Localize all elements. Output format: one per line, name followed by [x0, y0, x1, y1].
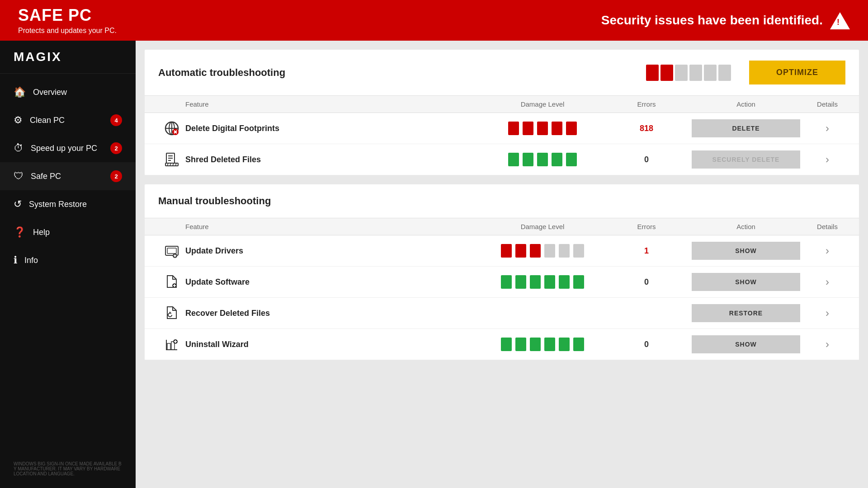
main-layout: MAGIX 🏠 Overview ⚙ Clean PC 4 ⏱ Speed up…: [0, 41, 868, 488]
recover-files-action[interactable]: RESTORE: [683, 304, 809, 322]
dmg-bar: [544, 275, 555, 289]
dmg-bar: [573, 244, 584, 258]
sidebar-label-help: Help: [33, 228, 122, 237]
update-software-action[interactable]: SHOW: [683, 273, 809, 291]
dmg-bar: [530, 275, 541, 289]
table-row: Delete Digital Footprints 818 DELETE ›: [145, 113, 859, 144]
dmg-bar: [552, 153, 562, 166]
restore-button[interactable]: RESTORE: [692, 304, 800, 322]
update-drivers-action[interactable]: SHOW: [683, 242, 809, 260]
col-feature-label-m: Feature: [185, 223, 475, 230]
sidebar-item-clean-pc[interactable]: ⚙ Clean PC 4: [0, 106, 136, 134]
digital-footprints-details[interactable]: ›: [809, 122, 845, 135]
dmg-bar: [544, 338, 555, 351]
update-software-damage: [475, 275, 610, 289]
shred-files-name: Shred Deleted Files: [185, 155, 475, 164]
overview-bar-1: [646, 65, 659, 81]
dmg-bar: [515, 338, 526, 351]
show-uninstall-button[interactable]: SHOW: [692, 335, 800, 353]
table-row: Update Software 0 SHOW ›: [145, 267, 859, 298]
manual-section-title: Manual troubleshooting: [158, 195, 845, 207]
dmg-bar: [508, 153, 519, 166]
app-header: SAFE PC Protects and updates your PC. Se…: [0, 0, 868, 41]
digital-footprints-action[interactable]: DELETE: [683, 119, 809, 137]
digital-footprints-name: Delete Digital Footprints: [185, 124, 475, 133]
col-icon-spacer: [158, 100, 185, 108]
uninstall-wizard-details[interactable]: ›: [809, 338, 845, 351]
show-drivers-button[interactable]: SHOW: [692, 242, 800, 260]
dmg-bar: [559, 244, 570, 258]
manual-section-header: Manual troubleshooting: [145, 184, 859, 218]
recover-files-details[interactable]: ›: [809, 307, 845, 319]
digital-footprints-icon: [158, 121, 185, 136]
sidebar-item-help[interactable]: ❓ Help: [0, 218, 136, 246]
warning-icon: [830, 11, 850, 29]
clean-pc-badge: 4: [110, 114, 122, 126]
dmg-bar: [523, 153, 533, 166]
dmg-bar: [537, 122, 548, 135]
update-drivers-errors: 1: [610, 246, 683, 256]
sidebar-item-info[interactable]: ℹ Info: [0, 246, 136, 274]
dmg-bar: [501, 338, 512, 351]
header-left: SAFE PC Protects and updates your PC.: [18, 6, 117, 35]
content-area: Automatic troubleshooting OPTIMIZE Featu…: [136, 41, 868, 488]
dmg-bar: [566, 122, 577, 135]
sidebar-item-safe-pc[interactable]: 🛡 Safe PC 2: [0, 162, 136, 190]
col-details-label: Details: [809, 100, 845, 108]
update-drivers-details[interactable]: ›: [809, 244, 845, 257]
restore-icon: ↺: [14, 198, 22, 210]
dmg-bar: [530, 244, 541, 258]
col-errors-label-m: Errors: [610, 223, 683, 230]
update-software-errors: 0: [610, 277, 683, 287]
dmg-bar: [501, 275, 512, 289]
shred-files-action[interactable]: SECURELY DELETE: [683, 150, 809, 169]
sidebar-item-system-restore[interactable]: ↺ System Restore: [0, 190, 136, 218]
header-title-block: SAFE PC Protects and updates your PC.: [18, 6, 117, 35]
overview-bar-4: [689, 65, 702, 81]
col-icon-spacer-m: [158, 223, 185, 230]
update-drivers-name: Update Drivers: [185, 246, 475, 256]
dmg-bar: [573, 275, 584, 289]
update-software-details[interactable]: ›: [809, 276, 845, 288]
sidebar-item-speed-up[interactable]: ⏱ Speed up your PC 2: [0, 134, 136, 162]
header-warning-text: Security issues have been identified.: [601, 13, 823, 28]
table-row: Uninstall Wizard 0 SHOW ›: [145, 329, 859, 360]
update-software-name: Update Software: [185, 277, 475, 287]
col-action-label: Action: [683, 100, 809, 108]
manual-troubleshooting-section: Manual troubleshooting Feature Damage Le…: [145, 184, 859, 360]
uninstall-wizard-errors: 0: [610, 340, 683, 349]
table-row: Shred Deleted Files 0 SECURELY DELETE ›: [145, 144, 859, 175]
header-subtitle: Protects and updates your PC.: [18, 27, 117, 35]
header-title: SAFE PC: [18, 6, 117, 25]
sidebar-label-overview: Overview: [33, 88, 122, 97]
automatic-overview-bars: [646, 65, 731, 81]
automatic-section-header: Automatic troubleshooting OPTIMIZE: [145, 50, 859, 96]
dmg-bar: [515, 275, 526, 289]
dmg-bar: [559, 275, 570, 289]
update-drivers-icon: [158, 244, 185, 258]
sidebar-label-clean-pc: Clean PC: [30, 116, 103, 125]
dmg-bar: [573, 338, 584, 351]
table-row: Update Drivers 1 SHOW ›: [145, 235, 859, 267]
sidebar-item-overview[interactable]: 🏠 Overview: [0, 78, 136, 106]
dmg-bar: [566, 153, 577, 166]
overview-bar-6: [718, 65, 731, 81]
timer-icon: ⏱: [14, 142, 24, 154]
sidebar-bottom: WINDOWS BIG SIGN-IN ONCE MADE AVAILABLE …: [0, 459, 136, 488]
shred-files-details[interactable]: ›: [809, 153, 845, 166]
digital-footprints-damage: [475, 122, 610, 135]
overview-bar-3: [675, 65, 688, 81]
uninstall-wizard-action[interactable]: SHOW: [683, 335, 809, 353]
show-software-button[interactable]: SHOW: [692, 273, 800, 291]
digital-footprints-errors: 818: [610, 124, 683, 133]
col-damage-label-m: Damage Level: [475, 223, 610, 230]
securely-delete-button[interactable]: SECURELY DELETE: [692, 150, 800, 169]
dmg-bar: [544, 244, 555, 258]
uninstall-wizard-name: Uninstall Wizard: [185, 340, 475, 349]
recover-files-name: Recover Deleted Files: [185, 309, 475, 318]
delete-button[interactable]: DELETE: [692, 119, 800, 137]
dmg-bar: [515, 244, 526, 258]
uninstall-wizard-damage: [475, 338, 610, 351]
optimize-button[interactable]: OPTIMIZE: [749, 61, 845, 84]
help-icon: ❓: [14, 226, 26, 238]
